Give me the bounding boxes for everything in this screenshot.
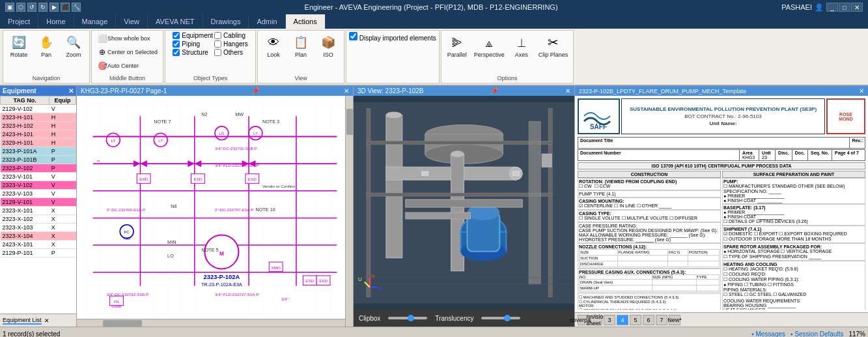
minimize-btn[interactable]: _ [826, 3, 838, 12]
viewer3d-close[interactable]: ✕ [565, 87, 570, 95]
page-6[interactable]: 6 [643, 315, 654, 325]
user-name: PASHAEI [781, 3, 812, 11]
diagram-close[interactable]: ✕ [344, 87, 349, 95]
table-row[interactable]: 2423-H-101H [1, 130, 76, 139]
cabling-checkbox-label[interactable]: Cabling [214, 32, 248, 39]
suction-row: SUCTION [580, 256, 618, 261]
table-row[interactable]: 2129-V-102V [1, 105, 76, 113]
tab-drawings[interactable]: Drawings [203, 14, 249, 29]
viewer3d-pin[interactable]: 📌 [490, 87, 498, 95]
equipment-list-tab[interactable]: Equipment List [3, 317, 42, 325]
piping-checkbox-label[interactable]: Piping [173, 40, 213, 48]
ribbon-group-middle: ⬜ Show whole box ⊕ Center on Selected 🎯 … [91, 30, 163, 83]
center-on-selected-button[interactable]: ⊕ Center on Selected [94, 46, 160, 59]
page-revision[interactable]: revision sheet [591, 315, 602, 325]
page-5[interactable]: 5 [630, 315, 641, 325]
table-row[interactable]: 2323-P-102P [1, 164, 76, 173]
diagram-scrollbar-v[interactable] [345, 96, 353, 327]
tab-home[interactable]: Home [38, 14, 74, 29]
svg-text:3"-DC-232706-E1A-P: 3"-DC-232706-E1A-P [106, 207, 145, 212]
cabling-checkbox[interactable] [214, 32, 221, 39]
iso-button[interactable]: 📦 ISO [315, 32, 341, 59]
page-3[interactable]: 3 [604, 315, 615, 325]
table-row[interactable]: 2323-V-103V [1, 190, 76, 198]
messages-label[interactable]: ▪ Messages [751, 330, 785, 337]
tab-admin[interactable]: Admin [249, 14, 285, 29]
table-row[interactable]: 2129-V-101V [1, 198, 76, 207]
page-new[interactable]: New* [669, 315, 680, 325]
close-btn[interactable]: ✕ [851, 3, 863, 12]
equip-cell: H [49, 113, 76, 122]
show-whole-box-button[interactable]: ⬜ Show whole box [94, 32, 153, 45]
svg-text:Vendor to Confirm: Vendor to Confirm [262, 184, 295, 188]
tab-view[interactable]: View [116, 14, 148, 29]
display-imported-checkbox[interactable] [349, 32, 357, 40]
table-row[interactable]: 2329-H-101H [1, 139, 76, 147]
table-row[interactable]: 2323-V-102V [1, 181, 76, 190]
transparency-slider[interactable] [481, 317, 520, 319]
table-row[interactable]: 2323-X-103X [1, 224, 76, 232]
table-row[interactable]: 2323-H-102H [1, 122, 76, 130]
equip-cell: P [49, 147, 76, 156]
transparency-thumb[interactable] [504, 315, 511, 321]
look-button[interactable]: 👁 Look [260, 32, 287, 59]
table-row[interactable]: 2323-H-101H [1, 113, 76, 122]
pump-type-section: PUMP TYPE (4.1) [578, 190, 721, 198]
app-icon-2[interactable]: ⬡ [16, 3, 25, 12]
diagram-content[interactable]: LT LT LG LT [77, 96, 353, 327]
app-icon-3[interactable]: ↺ [27, 3, 36, 12]
tab-manage[interactable]: Manage [74, 14, 117, 29]
zoom-button[interactable]: 🔍 Zoom [61, 32, 87, 59]
page-7[interactable]: 7 [656, 315, 667, 325]
table-row[interactable]: 2323-X-101X [1, 207, 76, 215]
diagram-pin[interactable]: 📌 [251, 87, 259, 95]
piping-checkbox[interactable] [173, 40, 180, 48]
auto-center-button[interactable]: 🎯 Auto Center [94, 59, 141, 72]
table-row[interactable]: 2323-P-101BP [1, 156, 76, 164]
app-icon-5[interactable]: ▶ [49, 3, 59, 12]
table-row[interactable]: 2129-P-101P [1, 249, 76, 257]
display-imported-label[interactable]: Display imported elements [349, 32, 436, 42]
clipbox-slider[interactable] [388, 317, 427, 319]
viewer3d-content[interactable]: N E U [354, 96, 574, 310]
tab-avevanet[interactable]: AVEVA NET [148, 14, 203, 29]
session-defaults-label[interactable]: ▪ Session Defaults [791, 330, 843, 337]
table-row[interactable]: 2423-X-101X [1, 241, 76, 249]
clipbox-thumb[interactable] [408, 315, 414, 321]
app-icon-1[interactable]: ▣ [5, 3, 14, 12]
tab-actions[interactable]: Actions [286, 14, 326, 29]
pan-button[interactable]: ✋ Pan [33, 32, 59, 59]
others-checkbox[interactable] [214, 49, 221, 56]
clip-planes-button[interactable]: ✂ Clip Planes [536, 32, 571, 59]
table-row[interactable]: 2323-X-104X [1, 232, 76, 241]
ribbon: 🔄 Rotate ✋ Pan 🔍 Zoom Navigation ⬜ Show … [0, 29, 868, 86]
bot-close[interactable]: ✕ [859, 87, 864, 95]
table-row[interactable]: 2323-V-101V [1, 173, 76, 181]
perspective-button[interactable]: ⟁ Perspective [471, 32, 507, 59]
auto-center-label: Auto Center [107, 63, 139, 69]
equipment-checkbox[interactable] [173, 32, 180, 39]
app-icon-6[interactable]: ⬛ [61, 3, 70, 12]
app-icon-7[interactable]: 🔧 [72, 3, 81, 12]
axes-button[interactable]: ⟂ Axes [509, 32, 535, 59]
hangers-checkbox[interactable] [214, 40, 221, 48]
app-icon-4[interactable]: ↻ [38, 3, 48, 12]
hangers-checkbox-label[interactable]: Hangers [214, 40, 248, 48]
table-row[interactable]: 2323-P-101AP [1, 147, 76, 156]
table-row[interactable]: 2323-X-102X [1, 215, 76, 224]
maximize-btn[interactable]: □ [839, 3, 850, 12]
page-4[interactable]: 4 [617, 315, 628, 325]
parallel-button[interactable]: ⫸ Parallel [444, 32, 470, 59]
rosemond-label: ROSE [839, 112, 852, 117]
plan-button[interactable]: 📋 Plan [288, 32, 314, 59]
tab-project[interactable]: Project [0, 14, 38, 29]
structure-checkbox[interactable] [173, 49, 180, 56]
diagram-scrollbar-h[interactable] [77, 319, 345, 327]
equipment-checkbox-label[interactable]: Equipment [173, 32, 213, 39]
others-checkbox-label[interactable]: Others [214, 49, 248, 56]
svg-text:NOTE 3: NOTE 3 [262, 119, 279, 125]
rotate-button[interactable]: 🔄 Rotate [6, 32, 32, 59]
left-panel-close[interactable]: ✕ [68, 87, 74, 95]
equipment-list-close[interactable]: ✕ [44, 317, 49, 324]
structure-checkbox-label[interactable]: Structure [173, 49, 213, 56]
